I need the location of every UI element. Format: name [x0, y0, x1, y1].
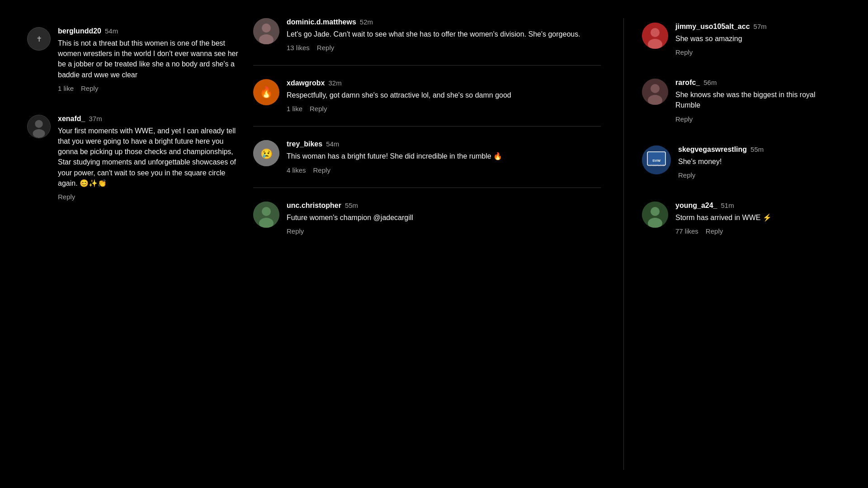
comment-body-berglundd20: berglundd20 54m This is not a threat but… [58, 27, 244, 92]
avatar-trey: 😢 [253, 140, 279, 166]
avatar-xenafd [27, 115, 51, 138]
actions-dominic: 13 likes Reply [287, 44, 601, 52]
actions-xdawgrobx: 1 like Reply [287, 105, 601, 113]
comment-young: young_a24_ 51m Storm has arrived in WWE … [642, 202, 841, 235]
timestamp-trey: 54m [326, 140, 339, 148]
reply-button-jimmy[interactable]: Reply [675, 48, 693, 56]
svg-point-14 [651, 28, 660, 37]
actions-trey: 4 likes Reply [287, 166, 601, 174]
actions-young: 77 likes Reply [675, 227, 841, 235]
username-xdawgrobx: xdawgrobx [287, 79, 325, 87]
reply-button-xdawgrobx[interactable]: Reply [310, 105, 327, 113]
svg-point-24 [651, 207, 660, 216]
comment-body-unc: unc.christopher 55m Future women's champ… [287, 202, 601, 235]
timestamp-jimmy: 57m [754, 23, 767, 30]
comment-header-young: young_a24_ 51m [675, 202, 841, 210]
avatar-xdawgrobx: 🔥 [253, 79, 279, 105]
actions-jimmy: Reply [675, 48, 841, 56]
username-young: young_a24_ [675, 202, 717, 210]
right-column: jimmy_uso105alt_acc 57m She was so amazi… [624, 18, 841, 470]
reply-button-rarofc[interactable]: Reply [675, 115, 693, 123]
timestamp-skeg: 55m [750, 145, 764, 153]
likes-xdawgrobx: 1 like [287, 105, 302, 113]
svg-text:WRESTLING: WRESTLING [648, 164, 665, 166]
comment-header-berglundd20: berglundd20 54m [58, 27, 244, 35]
comment-body-skeg: skegvegaswrestling 55m She's money! Repl… [678, 145, 841, 179]
text-xdawgrobx: Respectfully, got damn she's so attracti… [287, 90, 601, 100]
comment-body-jimmy: jimmy_uso105alt_acc 57m She was so amazi… [675, 23, 841, 56]
timestamp-berglundd20: 54m [105, 27, 118, 35]
avatar-skeg: SVW WRESTLING [642, 145, 671, 174]
left-column: ✝ berglundd20 54m This is not a threat b… [27, 18, 244, 470]
actions-unc: Reply [287, 227, 601, 235]
text-skeg: She's money! [678, 156, 841, 167]
comment-body-young: young_a24_ 51m Storm has arrived in WWE … [675, 202, 841, 235]
reply-button-trey[interactable]: Reply [313, 166, 330, 174]
svg-point-17 [651, 84, 660, 93]
comment-xdawgrobx: 🔥 xdawgrobx 32m Respectfully, got damn s… [253, 79, 601, 113]
likes-trey: 4 likes [287, 166, 306, 174]
comment-body-trey: trey_bikes 54m This woman has a bright f… [287, 140, 601, 174]
comment-header-dominic: dominic.d.matthews 52m [287, 18, 601, 26]
svg-point-4 [33, 129, 45, 138]
avatar-jimmy [642, 23, 668, 49]
timestamp-dominic: 52m [360, 18, 373, 26]
comment-trey: 😢 trey_bikes 54m This woman has a bright… [253, 140, 601, 174]
reply-button-young[interactable]: Reply [706, 227, 723, 235]
likes-berglundd20: 1 like [58, 84, 74, 92]
comment-header-jimmy: jimmy_uso105alt_acc 57m [675, 23, 841, 31]
text-young: Storm has arrived in WWE ⚡ [675, 212, 841, 223]
comment-header-xdawgrobx: xdawgrobx 32m [287, 79, 601, 87]
username-jimmy: jimmy_uso105alt_acc [675, 23, 750, 31]
svg-point-11 [262, 207, 271, 216]
timestamp-young: 51m [721, 202, 734, 209]
username-berglundd20: berglundd20 [58, 27, 101, 35]
comment-header-unc: unc.christopher 55m [287, 202, 601, 210]
text-jimmy: She was so amazing [675, 33, 841, 44]
text-rarofc: She knows she was the biggest in this ro… [675, 89, 841, 110]
reply-button-xenafd[interactable]: Reply [58, 193, 75, 201]
username-xenafd: xenafd_ [58, 115, 85, 123]
svg-text:SVW: SVW [652, 159, 661, 163]
comment-xenafd: xenafd_ 37m Your first moments with WWE,… [27, 115, 244, 201]
avatar-rarofc [642, 79, 668, 105]
timestamp-unc: 55m [345, 202, 358, 209]
text-unc: Future women's champion @jadecargill [287, 212, 601, 223]
username-skeg: skegvegaswrestling [678, 145, 747, 154]
text-xenafd: Your first moments with WWE, and yet I c… [58, 126, 244, 188]
actions-berglundd20: 1 like Reply [58, 84, 244, 92]
likes-dominic: 13 likes [287, 44, 310, 52]
text-dominic: Let's go Jade. Can't wait to see what sh… [287, 29, 601, 39]
reply-button-berglundd20[interactable]: Reply [81, 84, 98, 92]
actions-rarofc: Reply [675, 115, 841, 123]
comment-body-xdawgrobx: xdawgrobx 32m Respectfully, got damn she… [287, 79, 601, 113]
comment-header-xenafd: xenafd_ 37m [58, 115, 244, 123]
comment-body-dominic: dominic.d.matthews 52m Let's go Jade. Ca… [287, 18, 601, 52]
avatar-young [642, 202, 668, 228]
svg-text:✝: ✝ [36, 35, 42, 43]
comment-rarofc: rarofc_ 56m She knows she was the bigges… [642, 79, 841, 122]
username-trey: trey_bikes [287, 140, 322, 148]
actions-skeg: Reply [678, 171, 841, 179]
avatar-unc [253, 202, 279, 228]
comment-berglundd20: ✝ berglundd20 54m This is not a threat b… [27, 27, 244, 92]
comment-header-skeg: skegvegaswrestling 55m [678, 145, 841, 154]
comment-unc: unc.christopher 55m Future women's champ… [253, 202, 601, 235]
avatar-berglundd20: ✝ [27, 27, 51, 51]
reply-button-unc[interactable]: Reply [287, 227, 304, 235]
text-trey: This woman has a bright future! She did … [287, 151, 601, 161]
username-rarofc: rarofc_ [675, 79, 700, 87]
reply-button-skeg[interactable]: Reply [678, 171, 695, 179]
comment-header-trey: trey_bikes 54m [287, 140, 601, 148]
reply-button-dominic[interactable]: Reply [317, 44, 334, 52]
likes-young: 77 likes [675, 227, 698, 235]
middle-column: dominic.d.matthews 52m Let's go Jade. Ca… [244, 18, 624, 470]
username-dominic: dominic.d.matthews [287, 18, 356, 26]
timestamp-xenafd: 37m [89, 115, 102, 122]
timestamp-rarofc: 56m [703, 79, 717, 86]
svg-point-6 [262, 23, 271, 33]
comment-body-rarofc: rarofc_ 56m She knows she was the bigges… [675, 79, 841, 122]
avatar-dominic [253, 18, 279, 44]
comment-body-xenafd: xenafd_ 37m Your first moments with WWE,… [58, 115, 244, 201]
timestamp-xdawgrobx: 32m [328, 79, 341, 87]
